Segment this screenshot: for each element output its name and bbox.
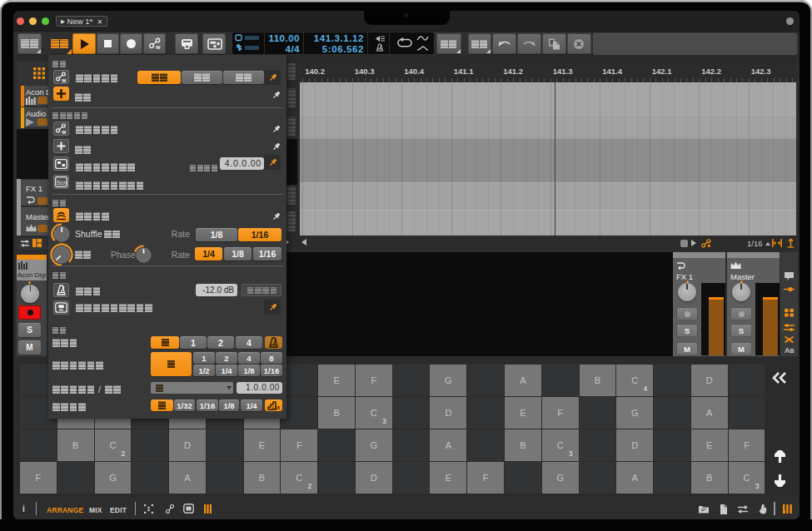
svg-text:w: w (61, 77, 67, 83)
svg-text:w: w (155, 44, 161, 50)
svg-text:LEN: LEN (272, 405, 280, 410)
svg-text:Scn: Scn (57, 180, 67, 186)
svg-text:w: w (61, 129, 67, 135)
